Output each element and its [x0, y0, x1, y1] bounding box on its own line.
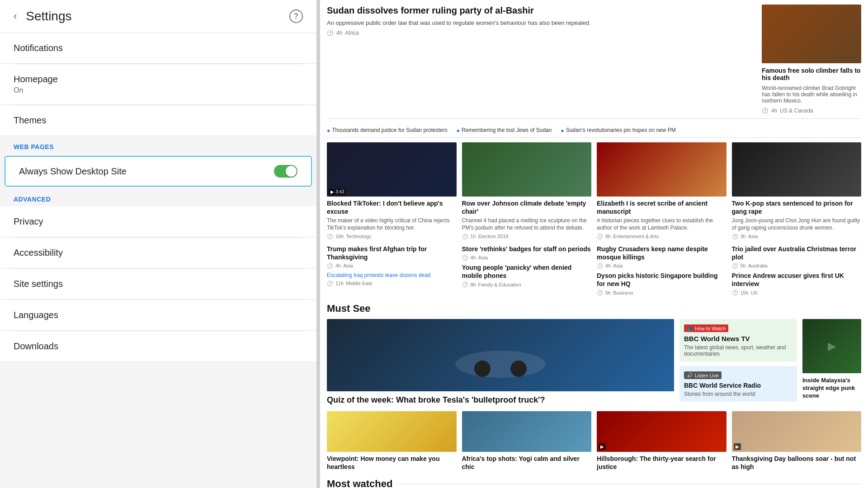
must-see-main[interactable]: Quiz of the week: What broke Tesla's 'bu…	[327, 319, 674, 405]
johnson-image	[462, 142, 592, 197]
top-story-headline[interactable]: Sudan dissolves former ruling party of a…	[327, 5, 752, 16]
site-settings-label: Site settings	[14, 279, 303, 289]
advanced-section-header: ADVANCED	[0, 188, 316, 206]
side-story-desc: World-renowned climber Brad Gobright has…	[762, 85, 861, 104]
bottom-card-africa[interactable]: Africa's top shots: Yogi calm and silver…	[462, 411, 592, 473]
must-see-main-image	[327, 319, 674, 391]
bottom-card-viewpoint[interactable]: Viewpoint: How money can make you heartl…	[327, 411, 457, 473]
young-headline: Young people 'panicky' when denied mobil…	[462, 263, 592, 280]
johnson-meta: 🕐1h Election 2019	[462, 234, 592, 239]
afghan-link[interactable]: Escalating Iraq protests leave dozens de…	[327, 272, 430, 278]
how-to-watch-card[interactable]: 📺 How to Watch BBC World News TV The lat…	[679, 319, 797, 361]
bullet-text-1[interactable]: Thousands demand justice for Sudan prote…	[332, 127, 447, 133]
video-play-badge: ▶	[734, 443, 741, 450]
dyson-meta: 🕐5h Business	[597, 290, 726, 296]
prince-headline: Prince Andrew accuser gives first UK int…	[732, 272, 862, 288]
web-pages-section-header: WEB PAGES	[0, 136, 316, 154]
privacy-label: Privacy	[14, 216, 303, 227]
news-card-trio[interactable]: Trio jailed over Australia Christmas ter…	[732, 245, 862, 296]
tiktok-image: ▶ 3:43	[327, 142, 457, 197]
settings-header: ‹ Settings ?	[0, 0, 316, 33]
elizabeth-meta: 🕐8h Entertainment & Arts	[597, 234, 726, 239]
settings-item-languages[interactable]: Languages	[0, 300, 316, 331]
svg-point-2	[510, 361, 527, 377]
back-button[interactable]: ‹	[14, 10, 17, 22]
news-panel: Sudan dissolves former ruling party of a…	[320, 0, 868, 488]
most-watched-divider	[397, 484, 861, 484]
thanksgiving-headline: Thanksgiving Day balloons soar - but not…	[732, 455, 862, 471]
bottom-grid: Viewpoint: How money can make you heartl…	[327, 411, 861, 473]
desktop-site-toggle[interactable]	[274, 165, 297, 178]
panel-separator	[316, 0, 320, 488]
homepage-label: Homepage	[14, 74, 303, 84]
settings-item-homepage[interactable]: Homepage On	[0, 64, 316, 105]
settings-item-downloads[interactable]: Downloads	[0, 331, 316, 362]
top-story-text: Sudan dissolves former ruling party of a…	[327, 5, 756, 114]
store-headline: Store 'rethinks' badges for staff on per…	[462, 245, 592, 253]
svg-point-0	[455, 351, 546, 378]
trio-headline: Trio jailed over Australia Christmas ter…	[732, 245, 862, 261]
video-time: 3:43	[335, 189, 344, 194]
bullet-item: ● Thousands demand justice for Sudan pro…	[327, 127, 448, 134]
afghan-headline: Trump makes first Afghan trip for Thanks…	[327, 245, 457, 261]
settings-list: Notifications Homepage On Themes WEB PAG…	[0, 33, 316, 488]
news-card-kpop[interactable]: Two K-pop stars sentenced to prison for …	[732, 142, 862, 239]
kpop-meta: 🕐3h Asia	[732, 234, 862, 239]
tesla-silhouette	[446, 328, 555, 382]
side-story-headline[interactable]: Famous free solo climber falls to his de…	[762, 67, 861, 81]
news-card-elizabeth[interactable]: Elizabeth I is secret scribe of ancient …	[597, 142, 726, 239]
top-story-image	[762, 5, 861, 63]
help-button[interactable]: ?	[289, 9, 303, 23]
tiktok-desc: The maker of a video highly critical of …	[327, 217, 457, 231]
settings-panel: ‹ Settings ? Notifications Homepage On T…	[0, 0, 316, 488]
young-people-headline: Young people 'panicky' when denied mobil…	[462, 263, 592, 287]
top-story-desc: An oppressive public order law that was …	[327, 19, 752, 27]
must-see-right: 📺 How to Watch BBC World News TV The lat…	[679, 319, 797, 405]
crusaders-headline: Rugby Crusaders keep name despite mosque…	[597, 245, 726, 261]
bottom-card-hillsborough[interactable]: ▶ Hillsborough: The thirty-year search f…	[597, 411, 726, 473]
settings-item-privacy[interactable]: Privacy	[0, 206, 316, 237]
johnson-headline: Row over Johnson climate debate 'empty c…	[462, 199, 592, 216]
top-story-category: Africa	[345, 30, 359, 36]
news-card-johnson[interactable]: Row over Johnson climate debate 'empty c…	[462, 142, 592, 239]
dyson-headline: Dyson picks historic Singapore building …	[597, 272, 726, 288]
news-card-afghan[interactable]: Trump makes first Afghan trip for Thanks…	[327, 245, 457, 296]
news-content: Sudan dissolves former ruling party of a…	[320, 0, 868, 488]
side-story-meta: 🕐 4h US & Canada	[762, 108, 861, 114]
news-card-tiktok[interactable]: ▶ 3:43 Blocked TikToker: I don't believe…	[327, 142, 457, 239]
htw-title: BBC World News TV	[684, 335, 793, 343]
hillsborough-headline: Hillsborough: The thirty-year search for…	[597, 455, 726, 471]
settings-item-site-settings[interactable]: Site settings	[0, 269, 316, 300]
side-story-category: US & Canada	[780, 108, 813, 114]
crusaders-meta: 🕐4h Asia	[597, 263, 726, 269]
news-card-store[interactable]: Store 'rethinks' badges for staff on per…	[462, 245, 592, 296]
bullet-text-2[interactable]: Remembering the lost Jews of Sudan	[462, 127, 552, 133]
hillsborough-image: ▶	[597, 411, 726, 452]
johnson-desc: Channel 4 had placed a melting ice sculp…	[462, 217, 592, 231]
desktop-site-label: Always Show Desktop Site	[19, 166, 127, 177]
languages-label: Languages	[14, 310, 303, 320]
africa-image	[462, 411, 592, 452]
news-card-crusaders[interactable]: Rugby Crusaders keep name despite mosque…	[597, 245, 726, 296]
bullet-text-3[interactable]: Sudan's revolutionaries pin hopes on new…	[566, 127, 676, 133]
clock-icon: 🕐	[327, 30, 334, 36]
afghan-link-meta: 🕐11h Middle East	[327, 281, 457, 286]
side-story-time: 4h	[771, 108, 777, 114]
must-see-side[interactable]: ▶ Inside Malaysia's straight edge punk s…	[802, 319, 861, 405]
thanksgiving-image: ▶	[732, 411, 862, 452]
tiktok-headline: Blocked TikToker: I don't believe app's …	[327, 199, 457, 216]
desktop-site-toggle-item[interactable]: Always Show Desktop Site	[5, 156, 312, 187]
afghan-meta: 🕐4h Asia	[327, 263, 457, 269]
settings-item-themes[interactable]: Themes	[0, 105, 316, 136]
viewpoint-headline: Viewpoint: How money can make you heartl…	[327, 455, 457, 471]
svg-point-1	[474, 361, 491, 377]
bottom-card-thanksgiving[interactable]: ▶ Thanksgiving Day balloons soar - but n…	[732, 411, 862, 473]
ll-badge-label: Listen Live	[695, 373, 719, 378]
settings-item-accessibility[interactable]: Accessibility	[0, 238, 316, 268]
kpop-desc: Jung Joon-young and Choi Jong Hun are fo…	[732, 217, 862, 231]
clock-icon: 🕐	[762, 108, 769, 114]
must-see-grid: Quiz of the week: What broke Tesla's 'bu…	[327, 319, 861, 405]
listen-live-card[interactable]: 🔊 Listen Live BBC World Service Radio St…	[679, 366, 797, 402]
must-see-headline: Quiz of the week: What broke Tesla's 'bu…	[327, 395, 674, 405]
settings-item-notifications[interactable]: Notifications	[0, 33, 316, 64]
